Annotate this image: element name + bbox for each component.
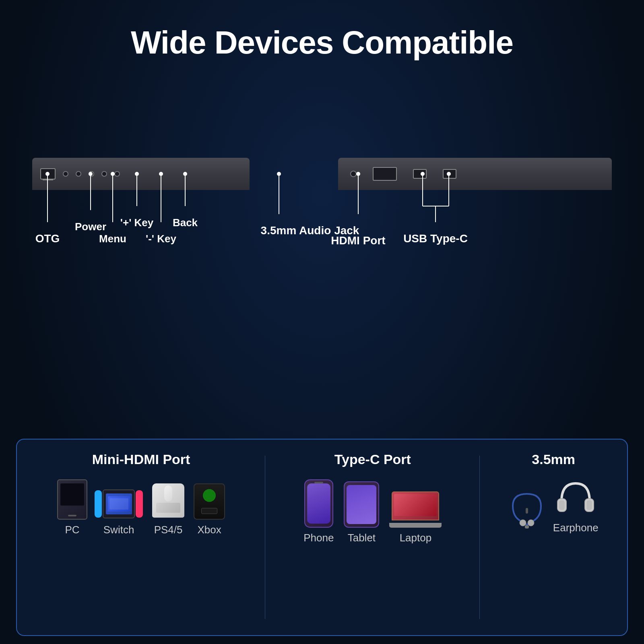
mini-hdmi-title: Mini-HDMI Port: [92, 452, 190, 467]
monitor-left: [32, 158, 250, 190]
device-xbox-label: Xbox: [197, 524, 221, 536]
35mm-devices: Earphone: [509, 479, 599, 534]
page-title: Wide Devices Compatible: [131, 24, 513, 61]
svg-text:USB Type-C: USB Type-C: [403, 232, 468, 245]
monitor-right: [338, 158, 612, 190]
mini-hdmi-devices: PC Sw: [57, 479, 225, 536]
back-port: [114, 171, 120, 177]
otg-port: [40, 168, 56, 180]
svg-text:Menu: Menu: [99, 233, 126, 245]
35mm-title: 3.5mm: [532, 452, 575, 467]
device-switch: Switch: [95, 488, 143, 536]
power-port: [63, 171, 68, 177]
device-earphone-cable: [509, 490, 545, 534]
svg-text:Power: Power: [75, 221, 106, 233]
svg-point-31: [520, 520, 526, 526]
device-ps5-label: PS4/5: [154, 524, 183, 536]
device-xbox: Xbox: [194, 483, 225, 536]
device-switch-label: Switch: [103, 524, 134, 536]
menu-port: [76, 171, 81, 177]
hdmi-port: [373, 167, 397, 181]
audio-jack-port: [350, 171, 357, 177]
compat-section-typec: Type-C Port Phone Tablet: [265, 440, 480, 635]
typec-devices: Phone Tablet: [303, 479, 442, 544]
device-earphone-headphone: Earphone: [553, 479, 599, 534]
device-tablet: Tablet: [344, 481, 379, 544]
device-pc-label: PC: [65, 524, 80, 536]
compat-box: Mini-HDMI Port PC: [16, 439, 628, 636]
usb-typec-port-1: [413, 169, 427, 179]
svg-text:OTG: OTG: [35, 232, 60, 245]
usb-typec-port-2: [443, 169, 456, 179]
minus-key-port: [101, 171, 107, 177]
svg-text:Back: Back: [173, 217, 198, 229]
svg-point-19: [277, 172, 281, 176]
svg-rect-37: [559, 500, 565, 510]
svg-text:'-' Key: '-' Key: [146, 233, 176, 245]
svg-rect-34: [526, 508, 528, 514]
device-laptop: Laptop: [389, 491, 442, 544]
compat-section-hdmi: Mini-HDMI Port PC: [17, 440, 265, 635]
svg-text:'+' Key: '+' Key: [120, 217, 154, 229]
device-laptop-label: Laptop: [400, 532, 432, 544]
device-tablet-label: Tablet: [348, 532, 376, 544]
diagram-area: OTG Power Menu '+' Key '-' Key: [20, 85, 624, 319]
compat-section-35mm: 3.5mm: [480, 440, 627, 635]
device-ps5: PS4/5: [150, 483, 186, 536]
device-phone-label: Phone: [303, 532, 334, 544]
device-phone: Phone: [303, 479, 334, 544]
svg-rect-38: [586, 500, 592, 510]
device-earphone-label: Earphone: [553, 522, 599, 534]
svg-text:HDMI Port: HDMI Port: [331, 234, 385, 247]
svg-point-32: [528, 520, 534, 526]
typec-title: Type-C Port: [334, 452, 411, 467]
label-container: OTG Power Menu '+' Key '-' Key: [20, 85, 624, 319]
device-pc: PC: [57, 479, 87, 536]
plus-key-port: [89, 171, 94, 177]
svg-text:3.5mm Audio Jack: 3.5mm Audio Jack: [261, 224, 359, 237]
svg-rect-33: [525, 525, 529, 528]
